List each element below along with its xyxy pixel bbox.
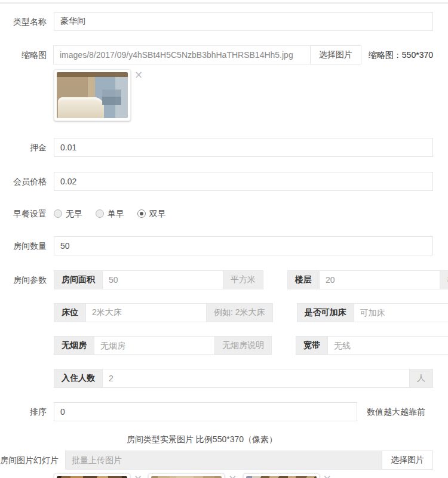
room-type-form: 类型名称 缩略图 选择图片 缩略图：550*370 × 押金 (0, 2, 448, 478)
gallery-title: 房间类型实景图片 比例550*370（像素） (0, 433, 404, 445)
bed-example: 例如: 2米大床 (206, 303, 273, 322)
slide-card-2 (148, 473, 225, 478)
remove-thumbnail-icon[interactable]: × (134, 70, 143, 79)
remove-slide-1-icon[interactable]: × (134, 474, 142, 478)
room-count-input[interactable] (54, 236, 433, 255)
no-smoking-note: 无烟房说明 (214, 336, 272, 355)
thumbnail-path-input[interactable] (53, 45, 311, 64)
extra-bed-input[interactable] (354, 303, 448, 322)
sort-label: 排序 (0, 402, 47, 421)
slide-card-1 (54, 473, 130, 478)
bed-input[interactable] (85, 303, 207, 322)
deposit-input[interactable] (54, 138, 433, 157)
broadband-input[interactable] (327, 336, 448, 355)
row-member-price: 会员价格 (0, 172, 433, 191)
breakfast-radio-none[interactable]: 无早 (54, 209, 82, 218)
breakfast-option-label: 单早 (108, 209, 124, 218)
breakfast-radio-double[interactable]: 双早 (137, 209, 166, 218)
no-smoking-addon: 无烟房 (54, 336, 94, 355)
row-thumbnail: 缩略图 选择图片 缩略图：550*370 × (0, 45, 433, 121)
choose-thumbnail-button[interactable]: 选择图片 (310, 45, 361, 64)
room-area-addon: 房间面积 (54, 270, 103, 289)
type-name-label: 类型名称 (0, 12, 47, 31)
breakfast-label: 早餐设置 (0, 209, 47, 218)
radio-circle-icon (96, 209, 104, 218)
breakfast-radio-single[interactable]: 单早 (96, 209, 124, 218)
row-breakfast: 早餐设置 无早 单早 双早 (0, 209, 433, 220)
row-room-count: 房间数量 (0, 236, 433, 255)
radio-circle-checked-icon (137, 209, 146, 218)
member-price-label: 会员价格 (0, 172, 47, 191)
slide-card-3 (243, 473, 320, 478)
param-group-extra-bed: 是否可加床 (297, 303, 448, 322)
top-divider (0, 2, 448, 4)
row-slides: 房间图片幻灯片 选择图片 (0, 451, 433, 470)
remove-slide-2-icon[interactable]: × (228, 474, 237, 478)
extra-bed-addon: 是否可加床 (297, 303, 354, 322)
slides-label: 房间图片幻灯片 (0, 451, 59, 470)
no-smoking-input[interactable] (94, 336, 215, 355)
thumbnail-preview-card (54, 69, 131, 121)
param-group-occupancy: 入住人数 人 (54, 369, 433, 388)
row-type-name: 类型名称 (0, 12, 433, 31)
thumbnail-label: 缩略图 (0, 45, 47, 64)
floor-input[interactable] (319, 270, 440, 289)
bed-addon: 床位 (54, 303, 86, 322)
row-room-params: 房间参数 房间面积 平方米 楼层 楼 床位 例如: 2米大床 (0, 270, 433, 388)
floor-addon: 楼层 (287, 270, 320, 289)
sort-hint: 数值越大越靠前 (367, 402, 425, 421)
remove-slide-3-icon[interactable]: × (323, 474, 332, 478)
thumbnail-preview-image (57, 72, 128, 118)
type-name-input[interactable] (54, 12, 433, 31)
room-count-label: 房间数量 (0, 236, 47, 255)
param-group-broadband: 宽带 无线（有线） (296, 336, 448, 355)
row-deposit: 押金 (0, 138, 433, 157)
param-group-room-area: 房间面积 平方米 (54, 270, 263, 289)
param-group-floor: 楼层 楼 (287, 270, 448, 289)
radio-circle-icon (54, 209, 62, 218)
deposit-label: 押金 (0, 138, 47, 157)
param-group-bed: 床位 例如: 2米大床 (54, 303, 273, 322)
param-group-no-smoking: 无烟房 无烟房说明 (54, 336, 272, 355)
batch-upload-input[interactable] (65, 451, 382, 470)
member-price-input[interactable] (54, 172, 433, 191)
room-area-unit: 平方米 (223, 270, 263, 289)
breakfast-option-label: 双早 (149, 209, 166, 218)
room-params-label: 房间参数 (0, 270, 47, 289)
row-sort: 排序 数值越大越靠前 (0, 402, 433, 421)
occupancy-input[interactable] (102, 369, 410, 388)
thumbnail-size-note: 缩略图：550*370 (369, 45, 433, 64)
slides-preview-row: × × × (54, 473, 448, 478)
broadband-addon: 宽带 (296, 336, 328, 355)
room-area-input[interactable] (102, 270, 223, 289)
occupancy-addon: 入住人数 (54, 369, 103, 388)
sort-input[interactable] (54, 402, 357, 421)
choose-slides-button[interactable]: 选择图片 (382, 451, 433, 470)
floor-unit: 楼 (440, 270, 448, 289)
thumbnail-preview-wrap: × (54, 69, 433, 121)
breakfast-option-label: 无早 (66, 209, 82, 218)
occupancy-unit: 人 (409, 369, 433, 388)
